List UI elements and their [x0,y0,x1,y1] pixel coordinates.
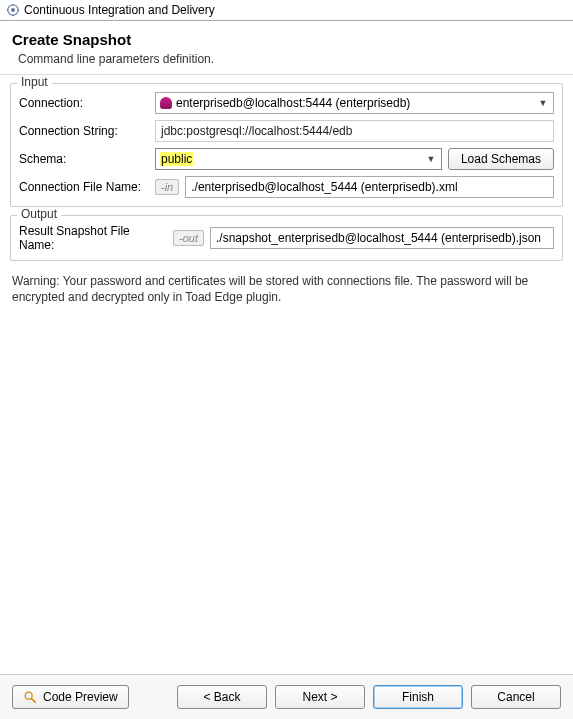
connection-dropdown[interactable]: enterprisedb@localhost:5444 (enterprised… [155,92,554,114]
finish-button[interactable]: Finish [373,685,463,709]
code-preview-button[interactable]: Code Preview [12,685,129,709]
connection-row: Connection: enterprisedb@localhost:5444 … [19,92,554,114]
output-legend: Output [17,207,61,221]
connection-string-value: jdbc:postgresql://localhost:5444/edb [155,120,554,142]
connection-string-label: Connection String: [19,124,149,138]
app-icon [6,3,20,17]
page-subtitle: Command line parameters definition. [18,52,561,66]
schema-dropdown[interactable]: public ▼ [155,148,442,170]
content-area: Input Connection: enterprisedb@localhost… [0,75,573,674]
svg-point-5 [17,9,19,11]
in-flag-chip: -in [155,179,179,195]
chevron-down-icon: ▼ [423,154,439,164]
cancel-button[interactable]: Cancel [471,685,561,709]
warning-text: Warning: Your password and certificates … [10,269,563,309]
title-bar: Continuous Integration and Delivery [0,0,573,21]
chevron-down-icon: ▼ [535,98,551,108]
load-schemas-button[interactable]: Load Schemas [448,148,554,170]
magnifier-icon [23,690,37,704]
page-title: Create Snapshot [12,31,561,48]
connection-string-row: Connection String: jdbc:postgresql://loc… [19,120,554,142]
schema-label: Schema: [19,152,149,166]
result-file-row: Result Snapshot File Name: -out [19,224,554,252]
schema-value: public [160,152,193,166]
database-icon [160,97,172,109]
input-legend: Input [17,75,52,89]
connection-label: Connection: [19,96,149,110]
page-header: Create Snapshot Command line parameters … [0,21,573,75]
svg-point-1 [11,8,15,12]
input-group: Input Connection: enterprisedb@localhost… [10,83,563,207]
svg-point-3 [12,14,14,16]
connection-file-input[interactable] [185,176,554,198]
svg-point-4 [7,9,9,11]
connection-file-row: Connection File Name: -in [19,176,554,198]
result-file-label: Result Snapshot File Name: [19,224,167,252]
code-preview-label: Code Preview [43,690,118,704]
back-button[interactable]: < Back [177,685,267,709]
connection-value: enterprisedb@localhost:5444 (enterprised… [176,96,410,110]
svg-point-2 [12,4,14,6]
result-file-input[interactable] [210,227,554,249]
svg-line-7 [32,699,36,703]
footer-bar: Code Preview < Back Next > Finish Cancel [0,674,573,719]
next-button[interactable]: Next > [275,685,365,709]
output-group: Output Result Snapshot File Name: -out [10,215,563,261]
window-title: Continuous Integration and Delivery [24,3,215,17]
connection-file-label: Connection File Name: [19,180,149,194]
schema-row: Schema: public ▼ Load Schemas [19,148,554,170]
out-flag-chip: -out [173,230,204,246]
